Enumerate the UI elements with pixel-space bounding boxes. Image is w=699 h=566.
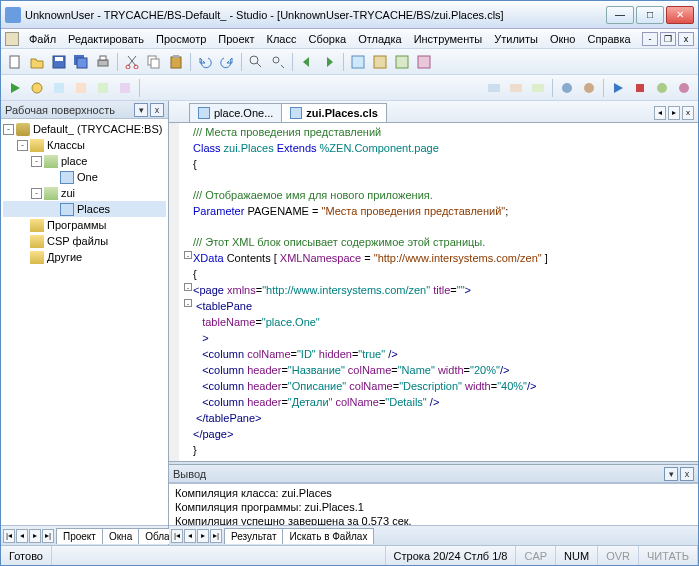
editor-tab-place-one[interactable]: place.One... xyxy=(189,103,282,122)
expand-icon[interactable]: - xyxy=(17,140,28,151)
tb2-r8[interactable] xyxy=(652,78,672,98)
tree-classes[interactable]: Классы xyxy=(47,139,85,151)
menu-tools[interactable]: Инструменты xyxy=(408,31,489,47)
child-restore-button[interactable]: ❐ xyxy=(660,32,676,46)
tb2-a[interactable] xyxy=(27,78,47,98)
svg-rect-24 xyxy=(488,84,500,92)
saveall-button[interactable] xyxy=(71,52,91,72)
tb2-c[interactable] xyxy=(71,78,91,98)
tb2-r3[interactable] xyxy=(528,78,548,98)
code-editor[interactable]: /// Места проведения представлений Class… xyxy=(169,123,698,461)
svg-point-27 xyxy=(562,83,572,93)
copy-button[interactable] xyxy=(144,52,164,72)
tb2-b[interactable] xyxy=(49,78,69,98)
find-button[interactable] xyxy=(246,52,266,72)
workspace-tree[interactable]: -Default_ (TRYCACHE:BS) -Классы -place O… xyxy=(1,119,168,525)
child-close-button[interactable]: x xyxy=(678,32,694,46)
tb2-r1[interactable] xyxy=(484,78,504,98)
tree-place-one[interactable]: One xyxy=(77,171,98,183)
tree-other[interactable]: Другие xyxy=(47,251,82,263)
expand-icon[interactable]: - xyxy=(3,124,14,135)
output-body[interactable]: Компиляция класса: zui.PlacesКомпиляция … xyxy=(169,483,698,525)
expand-icon[interactable]: - xyxy=(31,156,42,167)
new-button[interactable] xyxy=(5,52,25,72)
tab-result[interactable]: Результат xyxy=(224,528,283,544)
findnext-button[interactable] xyxy=(268,52,288,72)
fold-icon[interactable]: - xyxy=(184,251,192,259)
tb2-e[interactable] xyxy=(115,78,135,98)
output-dropdown-button[interactable]: ▾ xyxy=(664,467,678,481)
svg-rect-26 xyxy=(532,84,544,92)
output-close-button[interactable]: x xyxy=(680,467,694,481)
nav-first-button[interactable]: |◂ xyxy=(171,529,183,543)
tab-scroll-left-button[interactable]: ◂ xyxy=(654,106,666,120)
tb-d[interactable] xyxy=(414,52,434,72)
print-button[interactable] xyxy=(93,52,113,72)
menu-build[interactable]: Сборка xyxy=(302,31,352,47)
tree-programs[interactable]: Программы xyxy=(47,219,106,231)
tree-zui-places[interactable]: Places xyxy=(77,203,110,215)
tb2-d[interactable] xyxy=(93,78,113,98)
tree-root[interactable]: Default_ (TRYCACHE:BS) xyxy=(33,123,162,135)
menu-utils[interactable]: Утилиты xyxy=(488,31,544,47)
close-button[interactable]: ✕ xyxy=(666,6,694,24)
menu-class[interactable]: Класс xyxy=(261,31,303,47)
fold-icon[interactable]: - xyxy=(184,299,192,307)
tb-c[interactable] xyxy=(392,52,412,72)
menu-file[interactable]: Файл xyxy=(23,31,62,47)
nav-next-button[interactable]: ▸ xyxy=(29,529,41,543)
tb2-r7[interactable] xyxy=(630,78,650,98)
redo-button[interactable] xyxy=(217,52,237,72)
nav-next-button[interactable]: ▸ xyxy=(197,529,209,543)
minimize-button[interactable]: — xyxy=(606,6,634,24)
tb2-r2[interactable] xyxy=(506,78,526,98)
nav-last-button[interactable]: ▸| xyxy=(42,529,54,543)
tb-b[interactable] xyxy=(370,52,390,72)
tb-a[interactable] xyxy=(348,52,368,72)
svg-rect-16 xyxy=(374,56,386,68)
tree-place[interactable]: place xyxy=(61,155,87,167)
status-num: NUM xyxy=(556,546,598,565)
maximize-button[interactable]: □ xyxy=(636,6,664,24)
paste-button[interactable] xyxy=(166,52,186,72)
menu-project[interactable]: Проект xyxy=(212,31,260,47)
class-icon xyxy=(60,171,74,184)
tb2-r6[interactable] xyxy=(608,78,628,98)
nav-first-button[interactable]: |◂ xyxy=(3,529,15,543)
menu-help[interactable]: Справка xyxy=(581,31,636,47)
tb2-r5[interactable] xyxy=(579,78,599,98)
panel-close-button[interactable]: x xyxy=(150,103,164,117)
forward-button[interactable] xyxy=(319,52,339,72)
undo-button[interactable] xyxy=(195,52,215,72)
menu-window[interactable]: Окно xyxy=(544,31,582,47)
cut-button[interactable] xyxy=(122,52,142,72)
nav-last-button[interactable]: ▸| xyxy=(210,529,222,543)
fold-icon[interactable]: - xyxy=(184,283,192,291)
child-minimize-button[interactable]: - xyxy=(642,32,658,46)
menu-view[interactable]: Просмотр xyxy=(150,31,212,47)
svg-rect-22 xyxy=(98,83,108,93)
back-button[interactable] xyxy=(297,52,317,72)
tab-close-button[interactable]: x xyxy=(682,106,694,120)
tb2-r4[interactable] xyxy=(557,78,577,98)
tab-project[interactable]: Проект xyxy=(56,528,103,544)
save-button[interactable] xyxy=(49,52,69,72)
folder-icon xyxy=(30,139,44,152)
nav-prev-button[interactable]: ◂ xyxy=(16,529,28,543)
editor-tab-zui-places[interactable]: zui.Places.cls xyxy=(281,103,387,122)
nav-prev-button[interactable]: ◂ xyxy=(184,529,196,543)
panel-dropdown-button[interactable]: ▾ xyxy=(134,103,148,117)
tab-windows[interactable]: Окна xyxy=(102,528,139,544)
tb2-play[interactable] xyxy=(5,78,25,98)
menu-edit[interactable]: Редактировать xyxy=(62,31,150,47)
menubar: Файл Редактировать Просмотр Проект Класс… xyxy=(1,29,698,49)
tb2-r9[interactable] xyxy=(674,78,694,98)
tab-scroll-right-button[interactable]: ▸ xyxy=(668,106,680,120)
open-button[interactable] xyxy=(27,52,47,72)
expand-icon[interactable]: - xyxy=(31,188,42,199)
menu-debug[interactable]: Отладка xyxy=(352,31,407,47)
tab-findinfiles[interactable]: Искать в Файлах xyxy=(282,528,374,544)
tree-csp[interactable]: CSP файлы xyxy=(47,235,108,247)
tree-zui[interactable]: zui xyxy=(61,187,75,199)
titlebar[interactable]: UnknownUser - TRYCACHE/BS-Default_ - Stu… xyxy=(1,1,698,29)
